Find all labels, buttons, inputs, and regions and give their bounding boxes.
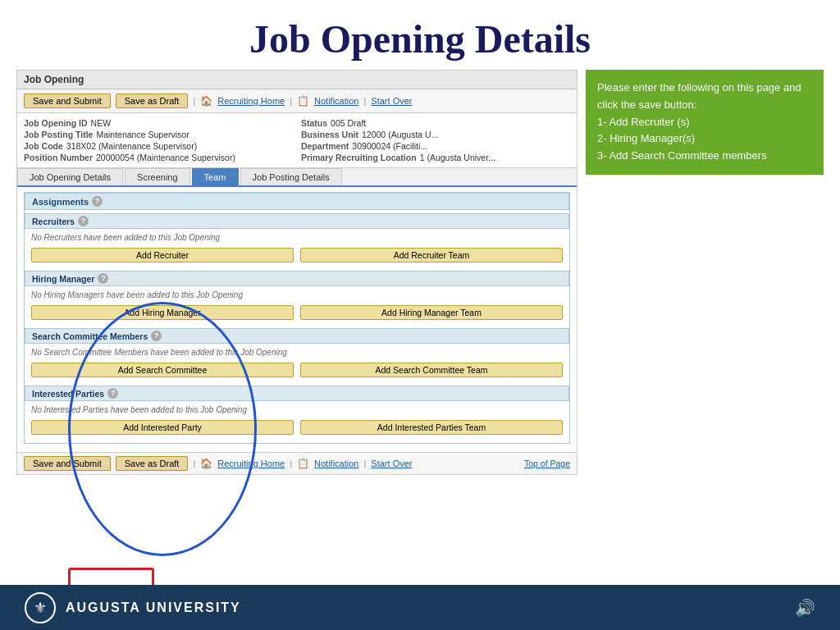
university-name: AUGUSTA UNIVERSITY [66,600,241,615]
hiring-manager-title: Hiring Manager ? [25,271,569,286]
interested-parties-help-icon[interactable]: ? [107,388,118,399]
page-title: Job Opening Details [0,0,840,70]
save-submit-button-bottom[interactable]: Save and Submit [24,456,111,471]
bottom-notification-icon: 📋 [297,458,309,469]
job-opening-id-value: NEW [91,118,112,128]
add-recruiter-button[interactable]: Add Recruiter [31,248,294,262]
bottom-toolbar: Save and Submit Save as Draft | 🏠 Recrui… [17,452,577,474]
save-draft-button-top[interactable]: Save as Draft [116,94,189,108]
start-over-link-top[interactable]: Start Over [371,96,412,106]
job-code-label: Job Code [24,141,63,151]
status-label: Status [301,118,327,128]
notification-icon: 📋 [297,95,309,107]
add-interested-party-button[interactable]: Add Interested Party [31,420,294,435]
tab-job-opening-details[interactable]: Job Opening Details [17,168,123,185]
tab-screening[interactable]: Screening [125,168,190,185]
recruiters-title: Recruiters ? [25,213,569,229]
screenshot-panel: Job Opening Save and Submit Save as Draf… [16,70,578,475]
callout-box: Please enter the following on this page … [586,70,824,175]
bottom-toolbar-sep2: | [290,459,292,468]
add-interested-parties-team-button[interactable]: Add Interested Parties Team [300,420,563,435]
department-label: Department [301,141,349,151]
bottom-home-icon: 🏠 [200,458,212,469]
primary-recruiting-value: 1 (Augusta Univer... [420,153,495,162]
toolbar-sep3: | [363,96,366,106]
top-toolbar: Save and Submit Save as Draft | 🏠 Recrui… [17,89,577,113]
recruiters-btn-row: Add Recruiter Add Recruiter Team [25,245,569,267]
info-grid: Job Opening ID NEW Status 005 Draft Job … [17,113,577,168]
toolbar-separator: | [193,96,195,106]
job-code-value: 318X02 (Maintenance Supervisor) [66,141,197,151]
add-recruiter-team-button[interactable]: Add Recruiter Team [300,248,563,262]
recruiters-help-icon[interactable]: ? [78,216,89,226]
university-logo-icon: ⚜ [25,592,56,623]
recruiting-home-link-bottom[interactable]: Recruiting Home [217,459,285,468]
save-submit-button-top[interactable]: Save and Submit [24,94,111,108]
footer: ⚜ AUGUSTA UNIVERSITY 🔊 [0,585,840,630]
interested-parties-title: Interested Parties ? [25,386,569,401]
add-search-committee-button[interactable]: Add Search Committee [31,363,294,377]
add-hiring-manager-button[interactable]: Add Hiring Manager [31,305,294,320]
job-posting-title-label: Job Posting Title [24,130,93,139]
interested-parties-section: Interested Parties ? No Interested Parti… [25,386,569,440]
start-over-link-bottom[interactable]: Start Over [371,459,412,468]
recruiters-empty-msg: No Recruiters have been added to this Jo… [25,231,569,245]
interested-parties-empty-msg: No Interested Parties have been added to… [25,404,569,418]
business-unit-label: Business Unit [301,130,358,139]
search-committee-section: Search Committee Members ? No Search Com… [25,328,569,382]
recruiting-home-link-top[interactable]: Recruiting Home [217,96,285,106]
top-of-page-link[interactable]: Top of Page [524,459,570,468]
recruiters-section: Recruiters ? No Recruiters have been add… [25,213,569,267]
bottom-toolbar-sep3: | [363,459,366,468]
assignments-block: Assignments ? Recruiters ? No Recruiters… [24,192,570,444]
speaker-icon[interactable]: 🔊 [795,598,815,618]
tab-job-posting-details[interactable]: Job Posting Details [240,168,342,185]
interested-parties-btn-row: Add Interested Party Add Interested Part… [25,418,569,440]
bottom-toolbar-left: Save and Submit Save as Draft | 🏠 Recrui… [24,456,412,471]
callout-text: Please enter the following on this page … [597,81,801,162]
save-draft-button-bottom[interactable]: Save as Draft [116,456,189,471]
hiring-manager-help-icon[interactable]: ? [98,273,108,284]
hiring-manager-empty-msg: No Hiring Managers have been added to th… [25,289,569,303]
position-number-label: Position Number [24,153,93,162]
primary-recruiting-label: Primary Recruiting Location [301,153,417,162]
notification-link-top[interactable]: Notification [314,96,358,106]
notification-link-bottom[interactable]: Notification [314,459,358,468]
add-search-committee-team-button[interactable]: Add Search Committee Team [300,363,563,377]
search-committee-help-icon[interactable]: ? [151,331,162,341]
job-posting-title-value: Maintenance Supervisor [96,130,189,139]
search-committee-btn-row: Add Search Committee Add Search Committe… [25,360,569,382]
assignments-help-icon[interactable]: ? [92,196,103,207]
home-icon: 🏠 [200,95,212,107]
main-section: Assignments ? Recruiters ? No Recruiters… [17,187,577,452]
job-opening-id-label: Job Opening ID [24,118,88,128]
department-value: 30900024 (Faciliti... [352,141,427,151]
position-number-value: 20000054 (Maintenance Supervisor) [96,153,235,162]
add-hiring-manager-team-button[interactable]: Add Hiring Manager Team [300,305,563,320]
hiring-manager-section: Hiring Manager ? No Hiring Managers have… [25,271,569,325]
search-committee-title: Search Committee Members ? [25,328,569,344]
search-committee-empty-msg: No Search Committee Members have been ad… [25,346,569,360]
hiring-manager-btn-row: Add Hiring Manager Add Hiring Manager Te… [25,303,569,325]
footer-logo: ⚜ AUGUSTA UNIVERSITY [25,592,241,623]
business-unit-value: 12000 (Augusta U... [362,130,438,139]
assignments-title: Assignments ? [25,193,569,210]
tab-team[interactable]: Team [192,168,239,185]
jo-header: Job Opening [17,71,577,89]
tab-bar: Job Opening Details Screening Team Job P… [17,168,577,187]
toolbar-sep2: | [290,96,292,106]
bottom-toolbar-sep: | [193,459,195,468]
status-value: 005 Draft [331,118,366,128]
